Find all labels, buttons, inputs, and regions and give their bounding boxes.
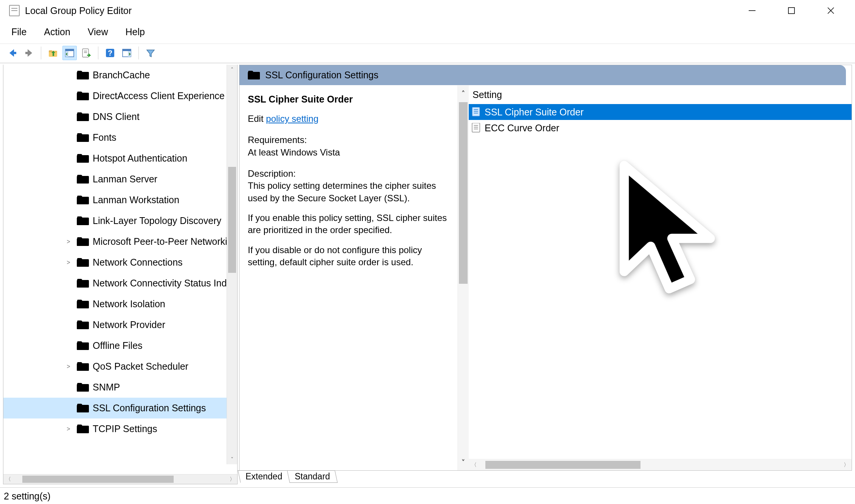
folder-icon bbox=[77, 112, 89, 122]
svg-rect-10 bbox=[788, 8, 794, 14]
tree-item[interactable]: >Microsoft Peer-to-Peer Networking Servi… bbox=[3, 231, 237, 252]
right-body: SSL Cipher Suite Order Edit policy setti… bbox=[239, 86, 852, 470]
setting-row[interactable]: SSL Cipher Suite Order bbox=[469, 104, 852, 120]
tree-item[interactable]: >QoS Packet Scheduler bbox=[3, 356, 237, 377]
svg-rect-25 bbox=[123, 49, 131, 51]
svg-rect-13 bbox=[12, 52, 16, 54]
setting-row-label: SSL Cipher Suite Order bbox=[485, 107, 584, 118]
tree-item[interactable]: SSL Configuration Settings bbox=[3, 398, 237, 418]
scroll-up-icon[interactable]: ˄ bbox=[227, 65, 237, 75]
scroll-right-icon[interactable]: 〉 bbox=[227, 474, 237, 484]
toolbar-action-pane[interactable] bbox=[120, 46, 134, 60]
tree-item[interactable]: BranchCache bbox=[3, 65, 237, 86]
requirements-block: Requirements: At least Windows Vista bbox=[248, 134, 453, 159]
scroll-thumb[interactable] bbox=[485, 461, 640, 469]
scroll-thumb[interactable] bbox=[228, 167, 236, 273]
tree-item-label: Lanman Server bbox=[93, 174, 157, 185]
tree-item-label: Fonts bbox=[93, 132, 117, 143]
maximize-button[interactable] bbox=[782, 2, 801, 20]
statusbar: 2 setting(s) bbox=[0, 487, 855, 504]
expander-icon[interactable]: > bbox=[64, 259, 73, 266]
toolbar: ? bbox=[0, 44, 855, 63]
folder-icon bbox=[77, 278, 89, 288]
toolbar-separator-2 bbox=[98, 47, 98, 59]
scroll-down-icon[interactable]: ˅ bbox=[227, 454, 237, 464]
tree-item-label: Network Connectivity Status Indicator bbox=[93, 278, 237, 289]
toolbar-export-list[interactable] bbox=[79, 46, 93, 60]
tab-standard[interactable]: Standard bbox=[287, 470, 338, 483]
right-panel: SSL Configuration Settings SSL Cipher Su… bbox=[239, 65, 852, 484]
tree-horizontal-scrollbar[interactable]: 〈 〉 bbox=[3, 474, 237, 484]
expander-icon[interactable]: > bbox=[64, 363, 73, 370]
close-button[interactable] bbox=[822, 2, 840, 20]
tree-item-label: Network Provider bbox=[93, 319, 165, 330]
expander-icon[interactable]: > bbox=[64, 238, 73, 245]
tree-item-label: Microsoft Peer-to-Peer Networking Servic… bbox=[93, 236, 237, 247]
description-label: Description: bbox=[248, 168, 453, 180]
tree-item[interactable]: Hotspot Authentication bbox=[3, 148, 237, 169]
folder-icon bbox=[77, 299, 89, 309]
setting-row-label: ECC Curve Order bbox=[485, 123, 559, 134]
tree-item[interactable]: >TCPIP Settings bbox=[3, 418, 237, 439]
tree-item[interactable]: Fonts bbox=[3, 127, 237, 148]
menu-view[interactable]: View bbox=[86, 26, 110, 38]
right-header-title: SSL Configuration Settings bbox=[265, 70, 378, 81]
scroll-thumb[interactable] bbox=[459, 102, 468, 284]
tree-item[interactable]: Network Isolation bbox=[3, 294, 237, 314]
folder-icon bbox=[77, 174, 89, 184]
menu-help[interactable]: Help bbox=[123, 26, 147, 38]
toolbar-filter[interactable] bbox=[143, 46, 158, 60]
content-area: BranchCacheDirectAccess Client Experienc… bbox=[0, 63, 855, 487]
toolbar-help[interactable]: ? bbox=[103, 46, 117, 60]
tree-item[interactable]: Lanman Server bbox=[3, 169, 237, 190]
setting-horizontal-scrollbar[interactable]: 〈 〉 bbox=[469, 459, 852, 470]
requirements-label: Requirements: bbox=[248, 134, 453, 146]
scroll-up-icon[interactable]: ˄ bbox=[458, 88, 469, 99]
folder-icon bbox=[77, 341, 89, 351]
toolbar-separator-1 bbox=[41, 47, 41, 59]
scroll-down-icon[interactable]: ˅ bbox=[458, 457, 469, 468]
edit-policy-setting-link[interactable]: policy setting bbox=[266, 114, 319, 124]
toolbar-up-folder[interactable] bbox=[46, 46, 60, 60]
tree-item[interactable]: Lanman Workstation bbox=[3, 190, 237, 210]
tree-item[interactable]: DNS Client bbox=[3, 106, 237, 127]
scroll-left-icon[interactable]: 〈 bbox=[469, 459, 479, 470]
tree-item[interactable]: Offline Files bbox=[3, 335, 237, 356]
svg-text:?: ? bbox=[108, 49, 112, 57]
folder-icon bbox=[77, 320, 89, 330]
tree-item[interactable]: Network Connectivity Status Indicator bbox=[3, 273, 237, 294]
tab-extended[interactable]: Extended bbox=[238, 470, 289, 483]
tree-item[interactable]: >Network Connections bbox=[3, 252, 237, 273]
toolbar-back[interactable] bbox=[5, 46, 20, 60]
menu-file[interactable]: File bbox=[9, 26, 29, 38]
right-frame: SSL Configuration Settings SSL Cipher Su… bbox=[239, 65, 852, 471]
folder-icon bbox=[77, 91, 89, 101]
tree-item[interactable]: Network Provider bbox=[3, 314, 237, 335]
tree-item-label: DNS Client bbox=[93, 111, 140, 122]
menu-action[interactable]: Action bbox=[42, 26, 72, 38]
folder-icon bbox=[77, 133, 89, 143]
detail-vertical-scrollbar[interactable]: ˄ ˅ bbox=[457, 86, 469, 470]
tree-item[interactable]: Link-Layer Topology Discovery bbox=[3, 210, 237, 231]
setting-column-header[interactable]: Setting bbox=[469, 86, 852, 104]
tree-item-label: Offline Files bbox=[93, 340, 143, 351]
tree-vertical-scrollbar[interactable]: ˄ ˅ bbox=[227, 65, 237, 464]
folder-icon bbox=[77, 216, 89, 226]
description-block: Description: This policy setting determi… bbox=[248, 168, 453, 269]
folder-icon bbox=[77, 237, 89, 247]
toolbar-forward[interactable] bbox=[22, 46, 36, 60]
folder-icon bbox=[248, 71, 260, 80]
scroll-right-icon[interactable]: 〉 bbox=[841, 459, 852, 470]
bottom-tabs: Extended Standard bbox=[239, 471, 852, 484]
scroll-left-icon[interactable]: 〈 bbox=[3, 474, 13, 484]
folder-icon bbox=[77, 154, 89, 163]
tree-item[interactable]: DirectAccess Client Experience Settings bbox=[3, 86, 237, 106]
setting-row[interactable]: ECC Curve Order bbox=[469, 120, 852, 136]
setting-list: SSL Cipher Suite OrderECC Curve Order bbox=[469, 104, 852, 459]
scroll-thumb[interactable] bbox=[22, 476, 174, 483]
minimize-button[interactable] bbox=[743, 2, 761, 20]
expander-icon[interactable]: > bbox=[64, 426, 73, 432]
tree-scroll-area: BranchCacheDirectAccess Client Experienc… bbox=[3, 65, 237, 474]
toolbar-show-hide-tree[interactable] bbox=[62, 46, 77, 60]
tree-item[interactable]: SNMP bbox=[3, 377, 237, 398]
